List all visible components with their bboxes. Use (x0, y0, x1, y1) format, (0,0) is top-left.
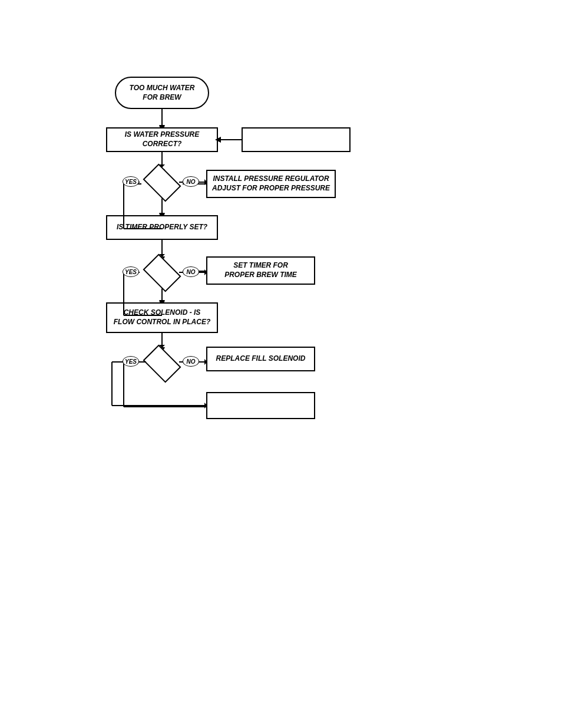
d3-no-oval: NO (183, 356, 199, 367)
feedback-arrow-1 (215, 127, 244, 152)
svg-marker-24 (215, 137, 221, 143)
q1-node: IS WATER PRESSURE CORRECT? (106, 127, 218, 152)
d3-yes-oval: YES (123, 356, 139, 367)
d2-no-oval: NO (183, 266, 199, 277)
diamond-3-shape (143, 344, 181, 383)
d1-yes-oval: YES (123, 176, 139, 187)
diamond-1-shape (143, 163, 181, 202)
feedback-box-1 (242, 127, 351, 152)
a2-node: SET TIMER FOR PROPER BREW TIME (206, 256, 315, 285)
d2-yes-oval: YES (123, 266, 139, 277)
diamond-2-shape (143, 253, 181, 292)
a3-node: REPLACE FILL SOLENOID (206, 347, 315, 371)
q2-node: IS TIMER PROPERLY SET? (106, 215, 218, 240)
d1-no-oval: NO (183, 176, 199, 187)
diamond-3 (146, 347, 178, 380)
diamond-1 (146, 166, 178, 199)
diamond-2 (146, 256, 178, 289)
a1-node: INSTALL PRESSURE REGULATOR ADJUST FOR PR… (206, 170, 336, 198)
end-node (206, 392, 315, 419)
start-node: TOO MUCH WATER FOR BREW (115, 77, 209, 109)
q3-node: CHECK SOLENOID - IS FLOW CONTROL IN PLAC… (106, 302, 218, 333)
